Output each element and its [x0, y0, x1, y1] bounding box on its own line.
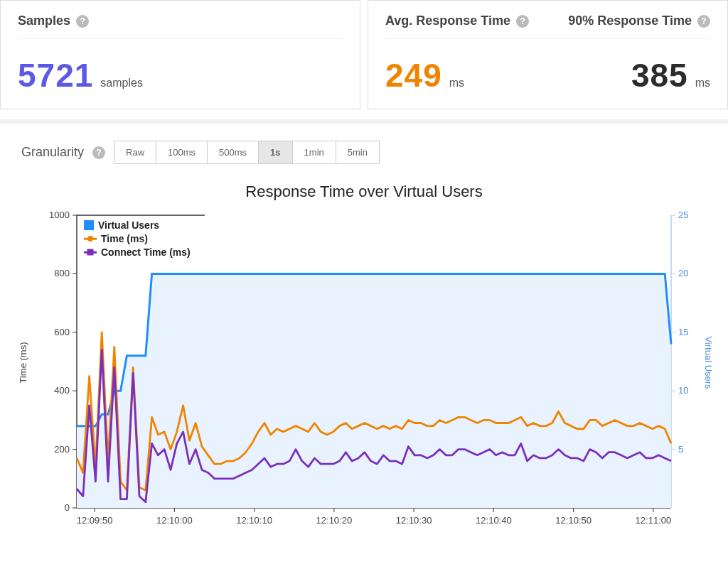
svg-text:0: 0 [65, 502, 70, 513]
left-axis-label: Time (ms) [18, 342, 28, 383]
chart-canvas: Time (ms) Virtual Users Virtual UsersTim… [21, 207, 707, 541]
granularity-button-1min[interactable]: 1min [293, 141, 336, 163]
granularity-button-100ms[interactable]: 100ms [156, 141, 208, 163]
samples-value: 5721 [18, 56, 93, 94]
avg-unit: ms [449, 77, 464, 90]
svg-text:600: 600 [54, 327, 70, 337]
granularity-label: Granularity [21, 145, 84, 160]
svg-text:1000: 1000 [49, 210, 70, 220]
p90-label: 90% Response Time [568, 13, 692, 28]
samples-unit: samples [100, 77, 143, 90]
svg-text:400: 400 [54, 385, 70, 396]
chart-legend: Virtual UsersTime (ms)Connect Time (ms) [84, 219, 191, 260]
svg-text:12:11:00: 12:11:00 [636, 515, 672, 526]
svg-text:12:10:30: 12:10:30 [396, 515, 432, 526]
avg-value: 249 [385, 56, 442, 94]
svg-text:12:10:40: 12:10:40 [476, 515, 512, 526]
svg-text:12:10:00: 12:10:00 [156, 515, 193, 526]
granularity-button-5min[interactable]: 5min [336, 141, 379, 163]
svg-text:12:10:10: 12:10:10 [236, 515, 272, 526]
help-icon[interactable]: ? [76, 15, 89, 28]
samples-label: Samples [18, 13, 70, 28]
svg-text:10: 10 [678, 385, 688, 396]
samples-card: Samples ? 5721 samples [0, 0, 360, 109]
svg-text:25: 25 [678, 210, 688, 220]
avg-label: Avg. Response Time [385, 13, 510, 28]
chart-title: Response Time over Virtual Users [21, 183, 707, 201]
legend-item[interactable]: Time (ms) [84, 233, 191, 244]
response-time-card: Avg. Response Time ? 90% Response Time ?… [368, 0, 728, 109]
svg-text:15: 15 [678, 327, 688, 337]
help-icon[interactable]: ? [516, 15, 529, 28]
right-axis-label: Virtual Users [703, 336, 714, 389]
legend-item[interactable]: Virtual Users [84, 219, 191, 231]
granularity-buttons: Raw100ms500ms1s1min5min [114, 141, 380, 164]
granularity-button-raw[interactable]: Raw [114, 141, 156, 163]
legend-item[interactable]: Connect Time (ms) [84, 246, 191, 258]
svg-text:12:09:50: 12:09:50 [77, 515, 113, 526]
chart-section: Granularity ? Raw100ms500ms1s1min5min Re… [0, 119, 728, 548]
granularity-button-500ms[interactable]: 500ms [208, 141, 259, 163]
granularity-button-1s[interactable]: 1s [259, 141, 292, 163]
help-icon[interactable]: ? [697, 15, 710, 28]
svg-text:12:10:50: 12:10:50 [555, 515, 592, 526]
svg-text:200: 200 [54, 444, 70, 455]
svg-text:5: 5 [678, 444, 683, 455]
p90-unit: ms [695, 77, 710, 90]
svg-text:20: 20 [678, 268, 688, 278]
p90-value: 385 [631, 56, 688, 94]
svg-text:12:10:20: 12:10:20 [316, 515, 353, 526]
svg-text:800: 800 [54, 268, 70, 278]
help-icon[interactable]: ? [92, 146, 105, 159]
